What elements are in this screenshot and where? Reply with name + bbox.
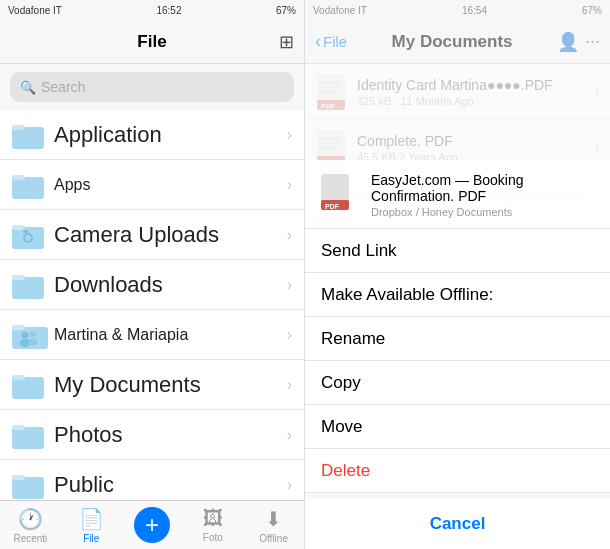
- folder-item[interactable]: Apps ›: [0, 160, 304, 210]
- tab-bar: 🕐 Recenti 📄 File + 🖼 Foto ⬇ Offline: [0, 500, 304, 549]
- delete-button[interactable]: Delete: [305, 449, 610, 493]
- svg-point-14: [22, 331, 29, 338]
- folder-label: My Documents: [54, 372, 287, 398]
- action-sheet-body: Send Link Make Available Offline: Rename…: [305, 229, 610, 493]
- svg-point-16: [30, 331, 36, 337]
- folder-label: Martina & Mariapia: [54, 326, 287, 344]
- svg-rect-20: [12, 427, 44, 449]
- photo-icon: 🖼: [203, 507, 223, 530]
- svg-point-17: [29, 338, 38, 345]
- chevron-right-icon: ›: [287, 276, 292, 294]
- folder-item[interactable]: Application ›: [0, 110, 304, 160]
- tab-foto[interactable]: 🖼 Foto: [182, 501, 243, 549]
- action-sheet-pdf-icon: PDF: [319, 172, 351, 212]
- action-sheet-overlay: PDF EasyJet.com — Booking Confirmation. …: [305, 0, 610, 549]
- svg-point-8: [25, 235, 31, 241]
- plus-icon: +: [145, 513, 159, 537]
- search-placeholder: Search: [41, 79, 85, 95]
- add-button[interactable]: +: [134, 507, 170, 543]
- folder-people-icon: [12, 321, 44, 349]
- tab-offline[interactable]: ⬇ Offline: [243, 501, 304, 549]
- svg-text:PDF: PDF: [325, 203, 340, 210]
- right-panel: Vodafone IT 16:54 67% ‹ File My Document…: [305, 0, 610, 549]
- svg-rect-2: [12, 125, 25, 130]
- folder-item[interactable]: Downloads ›: [0, 260, 304, 310]
- tab-recenti[interactable]: 🕐 Recenti: [0, 501, 61, 549]
- svg-rect-10: [12, 277, 44, 299]
- folder-icon: [12, 171, 44, 199]
- folder-item[interactable]: Camera Uploads ›: [0, 210, 304, 260]
- folder-icon: [12, 121, 44, 149]
- folder-label: Apps: [54, 176, 287, 194]
- folder-item[interactable]: My Documents ›: [0, 360, 304, 410]
- chevron-right-icon: ›: [287, 376, 292, 394]
- svg-rect-18: [12, 377, 44, 399]
- folder-icon: [12, 371, 44, 399]
- left-title: File: [137, 32, 166, 52]
- folder-item[interactable]: Public ›: [0, 460, 304, 500]
- folder-label: Camera Uploads: [54, 222, 287, 248]
- battery-left: 67%: [276, 5, 296, 16]
- search-icon: 🔍: [20, 80, 36, 95]
- chevron-right-icon: ›: [287, 126, 292, 144]
- svg-rect-19: [12, 375, 25, 380]
- svg-rect-11: [12, 275, 25, 280]
- time-left: 16:52: [156, 5, 181, 16]
- rename-button[interactable]: Rename: [305, 317, 610, 361]
- chevron-right-icon: ›: [287, 326, 292, 344]
- folder-camera-icon: [12, 221, 44, 249]
- action-sheet-filename: EasyJet.com — Booking Confirmation. PDF: [371, 172, 596, 204]
- clock-icon: 🕐: [18, 507, 43, 531]
- folder-label: Application: [54, 122, 287, 148]
- tab-add[interactable]: +: [122, 507, 183, 543]
- header-left: File ⊞: [0, 20, 304, 64]
- folder-item[interactable]: Martina & Mariapia ›: [0, 310, 304, 360]
- svg-rect-22: [12, 477, 44, 499]
- tab-file[interactable]: 📄 File: [61, 501, 122, 549]
- folder-label: Downloads: [54, 272, 287, 298]
- tab-label: Recenti: [13, 533, 47, 544]
- copy-button[interactable]: Copy: [305, 361, 610, 405]
- chevron-right-icon: ›: [287, 476, 292, 494]
- svg-rect-4: [12, 175, 25, 180]
- folder-icon: [12, 421, 44, 449]
- make-available-offline-button[interactable]: Make Available Offline:: [305, 273, 610, 317]
- chevron-right-icon: ›: [287, 226, 292, 244]
- arrow-down-icon: ⬇: [265, 507, 282, 531]
- search-bar[interactable]: 🔍 Search: [10, 72, 294, 102]
- move-button[interactable]: Move: [305, 405, 610, 449]
- chevron-right-icon: ›: [287, 426, 292, 444]
- tab-label: Foto: [203, 532, 223, 543]
- tab-label: File: [83, 533, 99, 544]
- carrier-left: Vodafone IT: [8, 5, 62, 16]
- svg-rect-21: [12, 425, 25, 430]
- left-panel: Vodafone IT 16:52 67% File ⊞ 🔍 Search Ap…: [0, 0, 305, 549]
- svg-rect-9: [23, 230, 28, 233]
- folder-list: Application › Apps ›: [0, 110, 304, 500]
- folder-icon: [12, 471, 44, 499]
- folder-label: Photos: [54, 422, 287, 448]
- action-sheet-info: EasyJet.com — Booking Confirmation. PDF …: [371, 172, 596, 218]
- grid-icon[interactable]: ⊞: [279, 31, 294, 53]
- tab-label: Offline: [259, 533, 288, 544]
- chevron-right-icon: ›: [287, 176, 292, 194]
- cancel-button[interactable]: Cancel: [305, 499, 610, 549]
- action-sheet-path: Dropbox / Honey Documents: [371, 206, 596, 218]
- folder-item[interactable]: Photos ›: [0, 410, 304, 460]
- svg-rect-6: [12, 225, 25, 230]
- send-link-button[interactable]: Send Link: [305, 229, 610, 273]
- svg-rect-13: [12, 325, 25, 330]
- doc-icon: 📄: [79, 507, 104, 531]
- folder-icon: [12, 271, 44, 299]
- status-bar-left: Vodafone IT 16:52 67%: [0, 0, 304, 20]
- svg-rect-3: [12, 177, 44, 199]
- svg-rect-12: [12, 327, 48, 349]
- svg-rect-23: [12, 475, 25, 480]
- folder-label: Public: [54, 472, 287, 498]
- action-sheet-header: PDF EasyJet.com — Booking Confirmation. …: [305, 160, 610, 229]
